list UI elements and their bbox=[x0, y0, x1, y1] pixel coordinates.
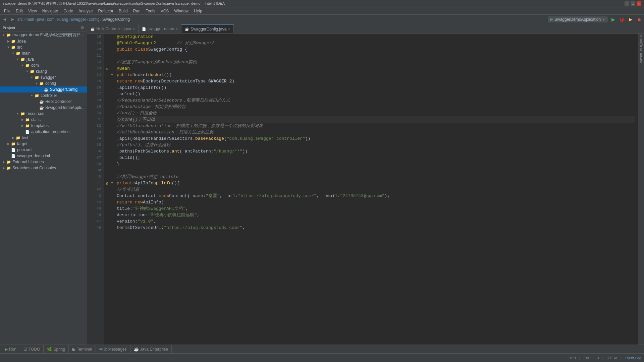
code-line-42: //作者信息 bbox=[117, 186, 635, 193]
bottom-tab-todo[interactable]: ☑ TODO bbox=[20, 345, 44, 354]
status-separator1: | bbox=[579, 356, 580, 360]
ln-41: 41 bbox=[89, 180, 101, 186]
stop-button[interactable]: ■ bbox=[636, 16, 643, 23]
run-button[interactable]: ▶ bbox=[610, 16, 616, 23]
ln-40: 40 bbox=[89, 174, 101, 180]
gutter-32 bbox=[104, 123, 110, 129]
tab-close-swagger-demo[interactable]: × bbox=[176, 27, 178, 31]
menu-view[interactable]: View bbox=[25, 8, 40, 14]
nav-forward-button[interactable]: ▶ bbox=[9, 16, 16, 23]
tree-item-static[interactable]: ▶ 📁 static bbox=[0, 117, 87, 123]
menu-window[interactable]: Window bbox=[171, 8, 191, 14]
tree-item-swaggerconfig[interactable]: ☕ SwaggerConfig bbox=[0, 86, 87, 93]
breadcrumb-com[interactable]: com bbox=[47, 17, 55, 22]
menu-code[interactable]: Code bbox=[61, 8, 76, 14]
bottom-tab-java-enterprise[interactable]: ☕ Java Enterprise bbox=[130, 345, 172, 354]
tree-item-target[interactable]: ▶ 📁 target bbox=[0, 141, 87, 147]
ln-29: 29 bbox=[89, 104, 101, 110]
fold-31 bbox=[110, 116, 114, 123]
tree-item-swagger[interactable]: ▼ 📁 swagger bbox=[0, 74, 87, 80]
tree-item-templates[interactable]: ▶ 📁 templates bbox=[0, 123, 87, 129]
maximize-button[interactable]: □ bbox=[631, 1, 635, 6]
code-line-26: .apiInfo(apiInfo()) bbox=[117, 84, 635, 91]
folder-icon-kuang: 📁 bbox=[30, 69, 35, 74]
debug-button[interactable]: 🐞 bbox=[619, 16, 625, 23]
tree-item-resources[interactable]: ▼ 📁 resources bbox=[0, 111, 87, 117]
tree-item-src[interactable]: ▼ 📁 src bbox=[0, 44, 87, 50]
breadcrumb-swagger[interactable]: swagger bbox=[71, 17, 86, 22]
menu-vcs[interactable]: VCS bbox=[158, 8, 172, 14]
tree-label-test: test bbox=[22, 135, 28, 140]
breadcrumb-main[interactable]: main bbox=[25, 17, 34, 22]
menu-refactor[interactable]: Refactor bbox=[96, 8, 116, 14]
menu-help[interactable]: Help bbox=[191, 8, 205, 14]
gutter-39 bbox=[104, 167, 110, 174]
tab-close-swaggerconfig[interactable]: × bbox=[228, 27, 230, 31]
breadcrumb-kuang[interactable]: kuang bbox=[57, 17, 68, 22]
menu-edit[interactable]: Edit bbox=[13, 8, 25, 14]
menu-tools[interactable]: Tools bbox=[143, 8, 158, 14]
tree-item-root[interactable]: ▼ 📁 swagger-demo F:\教学\级进管理\[西开]Java bbox=[0, 32, 87, 38]
run-toolbar: ▶ SwaggerDemoApplication ▼ ▶ 🐞 ▶ ■ bbox=[548, 16, 643, 23]
run-config-icon: ▶ bbox=[550, 17, 553, 21]
tree-item-main[interactable]: ▼ 📁 main bbox=[0, 50, 87, 56]
menu-file[interactable]: File bbox=[1, 8, 13, 14]
code-line-48: termsOfServiceUrl: "https://blog.kuangst… bbox=[117, 225, 635, 231]
menu-run[interactable]: Run bbox=[130, 8, 143, 14]
menu-navigate[interactable]: Navigate bbox=[40, 8, 61, 14]
maven-projects-label[interactable]: Maven Projects bbox=[639, 35, 643, 63]
run-coverage-button[interactable]: ▶ bbox=[627, 16, 634, 23]
folder-icon-config: 📁 bbox=[39, 81, 44, 86]
menu-build[interactable]: Build bbox=[116, 8, 130, 14]
tree-item-application-properties[interactable]: 📄 application.properties bbox=[0, 129, 87, 135]
tree-item-kuang[interactable]: ▼ 📁 kuang bbox=[0, 68, 87, 74]
tree-label-config: config bbox=[45, 81, 56, 86]
gutter-38 bbox=[104, 161, 110, 167]
close-button[interactable]: ✕ bbox=[637, 1, 641, 6]
event-log-link[interactable]: Event Log bbox=[625, 356, 641, 360]
tab-hellocontroller[interactable]: ☕ HelloController.java × bbox=[87, 24, 139, 33]
code-content[interactable]: @Configuration @EnableSwagger2 // 开启Swag… bbox=[114, 34, 638, 345]
fold-20 bbox=[110, 46, 114, 53]
ln-32: 32 bbox=[89, 123, 101, 129]
statusbar: 31:9 | Crlf | 3 | UTF-8 | Event Log bbox=[0, 353, 644, 362]
tree-item-scratches[interactable]: ▶ 📁 Scratches and Consoles bbox=[0, 165, 87, 171]
tab-swagger-demo[interactable]: 📄 swagger-demo × bbox=[139, 24, 181, 33]
nav-back-button[interactable]: ◀ bbox=[1, 16, 8, 23]
tree-item-iml[interactable]: 📄 swagger-demo.iml bbox=[0, 153, 87, 159]
tree-item-hellocontroller[interactable]: ☕ HelloController bbox=[0, 99, 87, 105]
run-config-selector[interactable]: ▶ SwaggerDemoApplication ▼ bbox=[548, 16, 608, 22]
fold-41[interactable]: ▼ bbox=[110, 180, 114, 186]
minimize-button[interactable]: — bbox=[625, 1, 629, 6]
tree-item-external-libraries[interactable]: ▶ 📁 External Libraries bbox=[0, 159, 87, 165]
bottom-tab-spring[interactable]: 🌿 Spring bbox=[44, 345, 69, 354]
tree-item-controller[interactable]: ▼ 📁 controller bbox=[0, 93, 87, 99]
menu-analyze[interactable]: Analyze bbox=[76, 8, 96, 14]
bottom-tab-terminal[interactable]: ⊞ Terminal bbox=[69, 345, 96, 354]
tree-label-com: com bbox=[31, 63, 39, 68]
breadcrumb-java[interactable]: java bbox=[37, 17, 44, 22]
tree-item-idea[interactable]: ▶ 📁 .idea bbox=[0, 38, 87, 44]
tree-item-pomxml[interactable]: 📄 pom.xml bbox=[0, 147, 87, 153]
tab-swaggerconfig[interactable]: ☕ SwaggerConfig.java × bbox=[181, 24, 234, 33]
tree-item-swaggerdemoapplication[interactable]: ☕ SwaggerDemoApplicati... bbox=[0, 105, 87, 111]
code-line-23: @Bean bbox=[117, 65, 635, 72]
todo-icon: ☑ bbox=[23, 347, 27, 352]
tab-close-hellocontroller[interactable]: × bbox=[133, 27, 135, 31]
tree-item-config[interactable]: ▼ 📁 config bbox=[0, 80, 87, 86]
bottom-tab-messages[interactable]: ✉ 0: Messages bbox=[96, 345, 130, 354]
tree-item-test[interactable]: ▶ 📁 test bbox=[0, 135, 87, 141]
tree-item-java[interactable]: ▼ 📁 java bbox=[0, 56, 87, 62]
tree-item-com[interactable]: ▼ 📁 com bbox=[0, 62, 87, 68]
sidebar-gear-icon[interactable]: ⚙ bbox=[80, 25, 84, 30]
folder-icon-target: 📁 bbox=[11, 141, 16, 146]
tab-label-hellocontroller: HelloController.java bbox=[96, 26, 131, 31]
code-editor[interactable]: 18 19 20 21 22 23 24 25 26 27 28 29 30 3… bbox=[87, 34, 644, 345]
bottom-tab-run[interactable]: ▶ Run bbox=[1, 345, 20, 354]
breadcrumb-swaggerconfig[interactable]: SwaggerConfig bbox=[102, 17, 130, 22]
breadcrumb-config[interactable]: config bbox=[89, 17, 100, 22]
gutter-29 bbox=[104, 104, 110, 110]
fold-24[interactable]: ▼ bbox=[110, 72, 114, 78]
breadcrumb-src[interactable]: src bbox=[17, 17, 23, 22]
code-line-19: @EnableSwagger2 // 开启Swagger2 bbox=[117, 40, 635, 46]
